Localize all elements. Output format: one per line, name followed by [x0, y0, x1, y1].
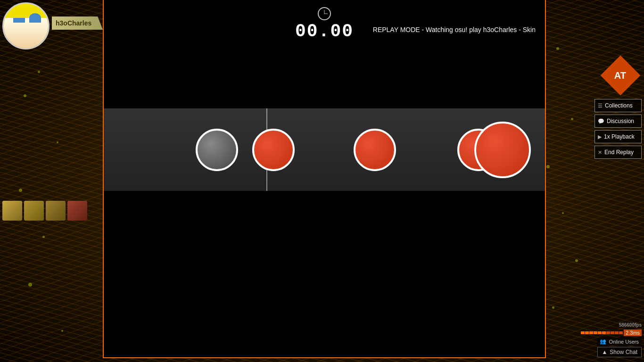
online-users-label: Online Users: [609, 339, 639, 345]
discussion-icon: 💬: [598, 118, 604, 124]
at-badge: AT: [601, 56, 641, 96]
discussion-label: Discussion: [607, 118, 634, 124]
end-replay-button[interactable]: ✕ End Replay: [594, 146, 642, 159]
timer-icon: [318, 7, 331, 20]
lat-seg-8: [611, 331, 614, 334]
stats-area: 586600fps 2.3ms 👥 Online Users ▲: [581, 321, 642, 357]
collections-icon: ☰: [598, 103, 603, 109]
thumbnail-2: [24, 201, 44, 221]
lat-seg-9: [615, 331, 619, 334]
fps-value: 586: [619, 322, 627, 328]
show-chat-arrow-icon: ▲: [602, 349, 607, 355]
hit-circle-red-2: [354, 129, 396, 171]
lat-seg-6: [602, 331, 606, 334]
latency-value: 2.3ms: [624, 329, 642, 336]
playback-button[interactable]: ▶ 1x Playback: [594, 130, 642, 143]
thumbnail-1: [2, 201, 22, 221]
hit-area: [104, 108, 545, 191]
collections-label: Collections: [605, 102, 633, 109]
hit-area-inner: [104, 108, 545, 191]
playback-label: 1x Playback: [604, 133, 635, 140]
thumbnail-4: [67, 201, 87, 221]
lat-seg-1: [581, 331, 585, 334]
lat-seg-10: [619, 331, 623, 334]
lat-seg-5: [598, 331, 602, 334]
show-chat-button[interactable]: ▲ Show Chat: [597, 347, 642, 357]
lat-seg-3: [589, 331, 593, 334]
time-display: 00.00: [295, 21, 354, 41]
fps-unit: 600fps: [627, 322, 642, 328]
thumbnail-strip: [2, 201, 87, 221]
latency-segments: [581, 331, 623, 334]
fps-display: 586600fps: [619, 321, 642, 328]
thumbnail-3: [46, 201, 66, 221]
end-replay-icon: ✕: [598, 149, 602, 156]
side-buttons: ☰ Collections 💬 Discussion ▶ 1x Playback…: [594, 99, 642, 159]
hit-circle-gray: [196, 129, 238, 171]
hit-circle-red-1: [252, 129, 295, 171]
game-area: 00.00 REPLAY MODE - Watching osu! play h…: [103, 0, 546, 358]
right-panel: AT ☰ Collections 💬 Discussion ▶ 1x Playb…: [570, 0, 644, 362]
username-bar: h3oCharles: [52, 16, 103, 30]
lat-seg-4: [594, 331, 597, 334]
online-users-button[interactable]: 👥 Online Users: [597, 337, 642, 346]
lat-seg-7: [606, 331, 610, 334]
left-panel: h3oCharles: [0, 0, 103, 362]
latency-bar: 2.3ms: [581, 329, 642, 336]
avatar: [2, 2, 50, 49]
replay-mode-text: REPLAY MODE - Watching osu! play h3oChar…: [373, 26, 536, 33]
show-chat-label: Show Chat: [610, 349, 637, 355]
hit-circle-red-large: [474, 122, 531, 178]
avatar-hair: [4, 4, 48, 18]
lat-seg-2: [585, 331, 589, 334]
playback-icon: ▶: [598, 134, 602, 140]
end-replay-label: End Replay: [604, 149, 634, 156]
collections-button[interactable]: ☰ Collections: [594, 99, 642, 112]
username-text: h3oCharles: [56, 19, 91, 27]
timer-icon-container: [318, 7, 331, 20]
discussion-button[interactable]: 💬 Discussion: [594, 115, 642, 128]
at-badge-text: AT: [614, 70, 626, 81]
avatar-face: [4, 4, 48, 48]
online-users-icon: 👥: [600, 338, 606, 345]
